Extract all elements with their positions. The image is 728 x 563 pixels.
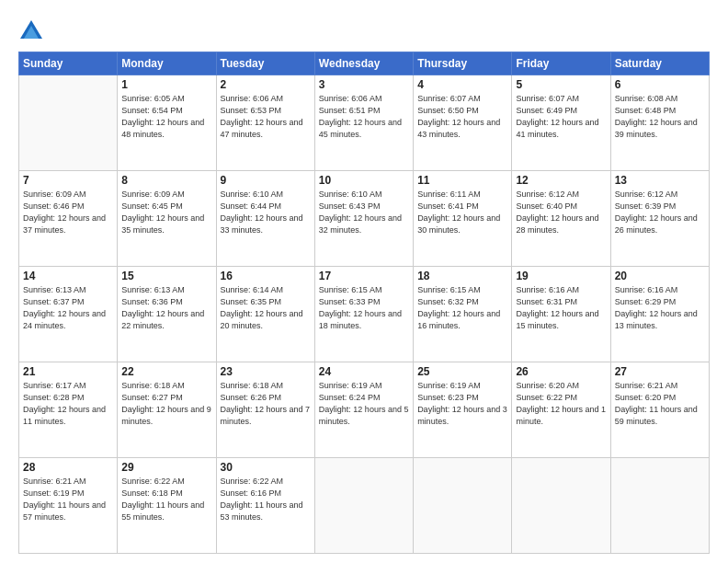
calendar-week-row: 1Sunrise: 6:05 AMSunset: 6:54 PMDaylight… <box>19 75 710 171</box>
calendar-cell: 24Sunrise: 6:19 AMSunset: 6:24 PMDayligh… <box>314 362 413 458</box>
calendar-cell: 12Sunrise: 6:12 AMSunset: 6:40 PMDayligh… <box>512 171 610 267</box>
calendar-cell: 11Sunrise: 6:11 AMSunset: 6:41 PMDayligh… <box>414 171 512 267</box>
day-number: 30 <box>221 461 311 474</box>
day-number: 24 <box>319 365 409 378</box>
day-number: 15 <box>121 270 211 282</box>
calendar-cell: 27Sunrise: 6:21 AMSunset: 6:20 PMDayligh… <box>610 362 709 458</box>
day-info: Sunrise: 6:17 AMSunset: 6:28 PMDaylight:… <box>23 380 113 428</box>
logo <box>18 18 48 44</box>
day-number: 2 <box>221 78 311 91</box>
day-number: 21 <box>23 365 113 378</box>
day-info: Sunrise: 6:18 AMSunset: 6:26 PMDaylight:… <box>221 380 311 428</box>
day-info: Sunrise: 6:10 AMSunset: 6:43 PMDaylight:… <box>319 189 409 236</box>
calendar-cell: 29Sunrise: 6:22 AMSunset: 6:18 PMDayligh… <box>118 458 216 554</box>
calendar-cell: 16Sunrise: 6:14 AMSunset: 6:35 PMDayligh… <box>216 267 314 362</box>
day-info: Sunrise: 6:13 AMSunset: 6:37 PMDaylight:… <box>23 284 113 332</box>
weekday-header-monday: Monday <box>118 52 216 75</box>
day-number: 12 <box>516 174 606 187</box>
weekday-header-thursday: Thursday <box>414 52 512 75</box>
calendar-cell <box>19 75 118 171</box>
day-number: 28 <box>23 461 113 474</box>
calendar-cell: 1Sunrise: 6:05 AMSunset: 6:54 PMDaylight… <box>118 75 216 171</box>
day-number: 26 <box>516 365 606 378</box>
day-info: Sunrise: 6:09 AMSunset: 6:45 PMDaylight:… <box>121 189 211 236</box>
calendar-week-row: 21Sunrise: 6:17 AMSunset: 6:28 PMDayligh… <box>19 362 710 458</box>
day-number: 7 <box>23 174 113 187</box>
day-info: Sunrise: 6:07 AMSunset: 6:50 PMDaylight:… <box>417 93 507 141</box>
calendar-cell: 10Sunrise: 6:10 AMSunset: 6:43 PMDayligh… <box>314 171 413 267</box>
weekday-header-friday: Friday <box>512 52 610 75</box>
weekday-header-tuesday: Tuesday <box>216 52 314 75</box>
calendar-week-row: 7Sunrise: 6:09 AMSunset: 6:46 PMDaylight… <box>19 171 710 267</box>
calendar-cell: 23Sunrise: 6:18 AMSunset: 6:26 PMDayligh… <box>216 362 314 458</box>
calendar-cell: 21Sunrise: 6:17 AMSunset: 6:28 PMDayligh… <box>19 362 118 458</box>
calendar-cell: 8Sunrise: 6:09 AMSunset: 6:45 PMDaylight… <box>118 171 216 267</box>
logo-icon <box>18 18 44 44</box>
day-info: Sunrise: 6:19 AMSunset: 6:23 PMDaylight:… <box>417 380 507 428</box>
day-number: 5 <box>516 78 606 91</box>
calendar-cell: 28Sunrise: 6:21 AMSunset: 6:19 PMDayligh… <box>19 458 118 554</box>
day-info: Sunrise: 6:14 AMSunset: 6:35 PMDaylight:… <box>221 284 311 332</box>
day-info: Sunrise: 6:19 AMSunset: 6:24 PMDaylight:… <box>319 380 409 428</box>
day-info: Sunrise: 6:07 AMSunset: 6:49 PMDaylight:… <box>516 93 606 141</box>
day-number: 16 <box>221 270 311 282</box>
day-info: Sunrise: 6:12 AMSunset: 6:39 PMDaylight:… <box>615 189 705 236</box>
calendar-cell: 17Sunrise: 6:15 AMSunset: 6:33 PMDayligh… <box>314 267 413 362</box>
calendar-cell: 30Sunrise: 6:22 AMSunset: 6:16 PMDayligh… <box>216 458 314 554</box>
day-number: 11 <box>417 174 507 187</box>
weekday-header-saturday: Saturday <box>610 52 709 75</box>
calendar-week-row: 28Sunrise: 6:21 AMSunset: 6:19 PMDayligh… <box>19 458 710 554</box>
calendar-cell: 18Sunrise: 6:15 AMSunset: 6:32 PMDayligh… <box>414 267 512 362</box>
day-info: Sunrise: 6:16 AMSunset: 6:31 PMDaylight:… <box>516 284 606 332</box>
day-info: Sunrise: 6:06 AMSunset: 6:51 PMDaylight:… <box>319 93 409 141</box>
day-info: Sunrise: 6:18 AMSunset: 6:27 PMDaylight:… <box>121 380 211 428</box>
calendar-cell: 20Sunrise: 6:16 AMSunset: 6:29 PMDayligh… <box>610 267 709 362</box>
day-number: 18 <box>417 270 507 282</box>
day-number: 20 <box>615 270 705 282</box>
day-number: 1 <box>121 78 211 91</box>
day-number: 6 <box>615 78 705 91</box>
calendar-cell: 15Sunrise: 6:13 AMSunset: 6:36 PMDayligh… <box>118 267 216 362</box>
day-number: 3 <box>319 78 409 91</box>
calendar-cell <box>610 458 709 554</box>
header <box>18 15 710 44</box>
day-number: 8 <box>121 174 211 187</box>
calendar-cell: 4Sunrise: 6:07 AMSunset: 6:50 PMDaylight… <box>414 75 512 171</box>
day-info: Sunrise: 6:11 AMSunset: 6:41 PMDaylight:… <box>417 189 507 236</box>
day-info: Sunrise: 6:06 AMSunset: 6:53 PMDaylight:… <box>221 93 311 141</box>
day-info: Sunrise: 6:22 AMSunset: 6:18 PMDaylight:… <box>121 476 211 523</box>
calendar-cell: 22Sunrise: 6:18 AMSunset: 6:27 PMDayligh… <box>118 362 216 458</box>
calendar-cell: 14Sunrise: 6:13 AMSunset: 6:37 PMDayligh… <box>19 267 118 362</box>
day-number: 10 <box>319 174 409 187</box>
day-number: 22 <box>121 365 211 378</box>
day-info: Sunrise: 6:16 AMSunset: 6:29 PMDaylight:… <box>615 284 705 332</box>
day-info: Sunrise: 6:10 AMSunset: 6:44 PMDaylight:… <box>221 189 311 236</box>
day-info: Sunrise: 6:09 AMSunset: 6:46 PMDaylight:… <box>23 189 113 236</box>
calendar-cell: 19Sunrise: 6:16 AMSunset: 6:31 PMDayligh… <box>512 267 610 362</box>
day-number: 29 <box>121 461 211 474</box>
day-info: Sunrise: 6:21 AMSunset: 6:19 PMDaylight:… <box>23 476 113 523</box>
day-number: 4 <box>417 78 507 91</box>
day-info: Sunrise: 6:15 AMSunset: 6:33 PMDaylight:… <box>319 284 409 332</box>
day-info: Sunrise: 6:15 AMSunset: 6:32 PMDaylight:… <box>417 284 507 332</box>
day-info: Sunrise: 6:22 AMSunset: 6:16 PMDaylight:… <box>221 476 311 523</box>
calendar-cell: 3Sunrise: 6:06 AMSunset: 6:51 PMDaylight… <box>314 75 413 171</box>
page: SundayMondayTuesdayWednesdayThursdayFrid… <box>0 0 728 563</box>
day-number: 27 <box>615 365 705 378</box>
day-info: Sunrise: 6:12 AMSunset: 6:40 PMDaylight:… <box>516 189 606 236</box>
calendar-cell: 5Sunrise: 6:07 AMSunset: 6:49 PMDaylight… <box>512 75 610 171</box>
calendar-cell: 25Sunrise: 6:19 AMSunset: 6:23 PMDayligh… <box>414 362 512 458</box>
calendar-cell: 13Sunrise: 6:12 AMSunset: 6:39 PMDayligh… <box>610 171 709 267</box>
day-number: 25 <box>417 365 507 378</box>
calendar-cell: 9Sunrise: 6:10 AMSunset: 6:44 PMDaylight… <box>216 171 314 267</box>
day-info: Sunrise: 6:13 AMSunset: 6:36 PMDaylight:… <box>121 284 211 332</box>
day-info: Sunrise: 6:21 AMSunset: 6:20 PMDaylight:… <box>615 380 705 428</box>
day-info: Sunrise: 6:08 AMSunset: 6:48 PMDaylight:… <box>615 93 705 141</box>
calendar-cell <box>512 458 610 554</box>
day-info: Sunrise: 6:05 AMSunset: 6:54 PMDaylight:… <box>121 93 211 141</box>
weekday-header-wednesday: Wednesday <box>314 52 413 75</box>
calendar-cell: 2Sunrise: 6:06 AMSunset: 6:53 PMDaylight… <box>216 75 314 171</box>
day-number: 19 <box>516 270 606 282</box>
weekday-header-sunday: Sunday <box>19 52 118 75</box>
day-number: 23 <box>221 365 311 378</box>
